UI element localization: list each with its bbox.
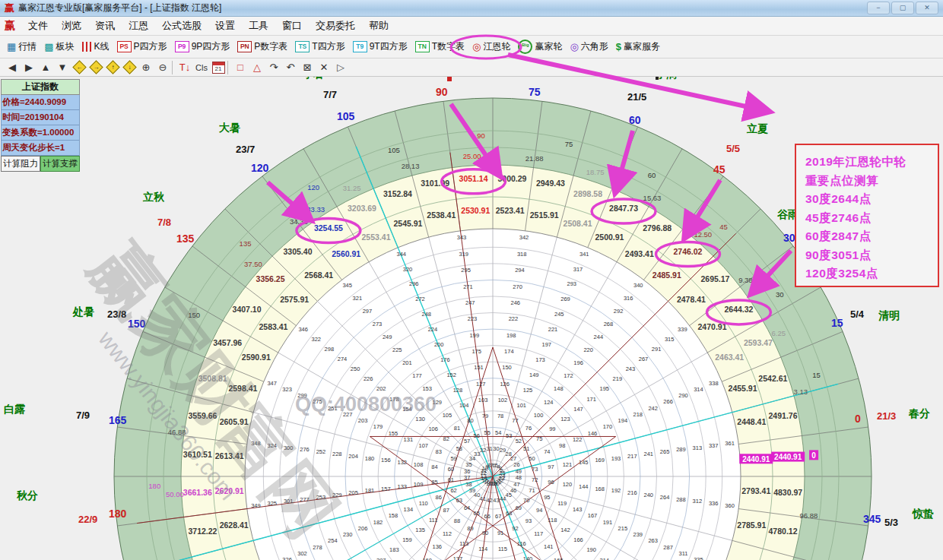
svg-text:135: 135	[176, 233, 195, 245]
svg-text:120: 120	[307, 183, 319, 191]
pointer-tool-button[interactable]: ▷	[333, 61, 348, 74]
window-titlebar[interactable]: 赢 赢家江恩专业版[赢家服务平台] - [上证指数 江恩轮] −▢✕	[0, 0, 943, 17]
toolbar-button-P数字表[interactable]: PNP数字表	[233, 39, 291, 55]
toolbar-button-板块[interactable]: ▩板块	[40, 39, 78, 55]
shift-down-button[interactable]: ↓	[122, 61, 137, 74]
toolbar-button-六角形[interactable]: ◎六角形	[566, 39, 611, 55]
shift-left-button[interactable]: ←	[71, 61, 87, 74]
toolbar-button-9T四方形[interactable]: T99T四方形	[349, 39, 411, 55]
svg-text:5/3: 5/3	[884, 517, 898, 528]
svg-text:190: 190	[586, 546, 596, 553]
menu-item-窗口[interactable]: 窗口	[275, 17, 309, 34]
svg-text:168: 168	[595, 486, 605, 492]
svg-text:268: 268	[604, 321, 614, 327]
toolbar-button-K线[interactable]: K线	[78, 39, 113, 55]
svg-text:52: 52	[516, 438, 522, 445]
toolbar-label: 行情	[18, 40, 37, 53]
toolbar-button-江恩轮[interactable]: ◎江恩轮	[468, 39, 514, 55]
svg-text:152: 152	[446, 372, 456, 378]
svg-text:2847.73: 2847.73	[609, 204, 638, 213]
info-panel: 上证指数 价格=2440.9099时间=20190104变换系数=1.00000…	[1, 79, 80, 172]
shift-right-button[interactable]: →	[88, 61, 103, 74]
toolbar-button-T四方形[interactable]: TST四方形	[291, 39, 348, 55]
annotation-line-6: 120度3254点	[805, 264, 938, 283]
svg-text:88: 88	[454, 517, 460, 524]
big-icon: Big	[518, 40, 532, 54]
toolbar-label: 9P四方形	[192, 40, 230, 53]
svg-text:252: 252	[316, 448, 326, 455]
menu-item-江恩[interactable]: 江恩	[122, 17, 155, 34]
svg-text:25.00: 25.00	[463, 152, 481, 160]
rotate-ccw-button[interactable]: ↶	[283, 61, 298, 74]
nav-right-button[interactable]: ▶	[21, 61, 37, 74]
svg-text:160: 160	[422, 557, 432, 560]
shift-up-button[interactable]: ↑	[105, 61, 120, 74]
svg-text:白露: 白露	[4, 403, 26, 415]
toolbar-label: 江恩轮	[483, 40, 510, 53]
svg-text:321: 321	[353, 295, 363, 302]
svg-text:177: 177	[412, 372, 422, 379]
svg-text:2793.41: 2793.41	[741, 486, 770, 495]
svg-text:56: 56	[474, 432, 480, 439]
svg-text:134: 134	[404, 506, 414, 513]
maximize-button[interactable]: ▢	[891, 2, 914, 14]
nav-down-button[interactable]: ▼	[55, 61, 70, 74]
svg-text:240: 240	[643, 492, 653, 498]
menu-item-文件[interactable]: 文件	[21, 17, 55, 34]
scale-tool-button[interactable]: ✕	[316, 61, 332, 74]
toolbar-button-赢家服务[interactable]: $赢家服务	[612, 39, 664, 55]
menu-item-交易委托[interactable]: 交易委托	[309, 17, 362, 34]
minimize-button[interactable]: −	[867, 2, 890, 14]
calc-support-button[interactable]: 计算支撑	[40, 156, 80, 172]
svg-text:大暑: 大暑	[219, 122, 240, 134]
svg-text:5/5: 5/5	[726, 143, 740, 154]
zoom-out-button[interactable]: ⊖	[155, 61, 170, 74]
svg-text:31.25: 31.25	[343, 184, 361, 192]
svg-text:60: 60	[629, 114, 641, 126]
delete-box-button[interactable]: ⊠	[300, 61, 315, 74]
t-shift-button[interactable]: T↓	[177, 61, 192, 74]
zoom-in-button[interactable]: ⊕	[138, 61, 154, 74]
draw-triangle-button[interactable]: △	[249, 61, 265, 74]
svg-text:2542.61: 2542.61	[758, 374, 787, 383]
toolbar-button-9P四方形[interactable]: P99P四方形	[171, 39, 234, 55]
svg-text:143: 143	[573, 506, 583, 513]
svg-text:216: 216	[627, 489, 637, 496]
svg-text:55: 55	[484, 429, 491, 436]
menu-item-公式选股[interactable]: 公式选股	[155, 17, 208, 34]
toolbar-button-行情[interactable]: ▦行情	[3, 39, 40, 55]
cls-button-button[interactable]: Cls	[194, 61, 209, 74]
svg-text:21/5: 21/5	[627, 91, 646, 103]
svg-text:89: 89	[467, 525, 473, 532]
svg-text:77: 77	[512, 417, 518, 424]
menu-item-浏览[interactable]: 浏览	[55, 17, 88, 34]
svg-text:2448.41: 2448.41	[737, 417, 766, 426]
toolbar-button-赢家轮[interactable]: Big赢家轮	[514, 38, 566, 55]
calc-resistance-button[interactable]: 计算阻力	[1, 156, 40, 172]
nav-up-button[interactable]: ▲	[38, 61, 53, 74]
svg-text:173: 173	[535, 356, 545, 363]
toolbar-button-P四方形[interactable]: PSP四方形	[113, 39, 171, 55]
svg-text:30: 30	[783, 232, 795, 244]
menu-item-工具[interactable]: 工具	[242, 17, 275, 34]
svg-text:4780.12: 4780.12	[769, 527, 798, 536]
svg-text:338: 338	[709, 380, 719, 387]
rotate-cw-button[interactable]: ↷	[266, 61, 281, 74]
svg-text:53: 53	[506, 432, 512, 439]
info-row-0: 价格=2440.9099	[1, 95, 80, 110]
close-button[interactable]: ✕	[916, 2, 938, 14]
toolbar-label: 赢家服务	[624, 40, 660, 53]
menu-item-设置[interactable]: 设置	[208, 17, 242, 34]
nav-left-button[interactable]: ◀	[5, 61, 20, 74]
draw-rect-button[interactable]: □	[233, 61, 248, 74]
svg-text:207: 207	[376, 557, 386, 560]
svg-text:7/7: 7/7	[323, 89, 337, 100]
svg-text:处暑: 处暑	[72, 305, 94, 318]
svg-text:50.00: 50.00	[166, 490, 184, 498]
menu-item-帮助[interactable]: 帮助	[362, 17, 395, 34]
toolbar-button-T数字表[interactable]: TNT数字表	[411, 39, 468, 55]
calendar-button[interactable]: 21	[211, 61, 226, 74]
badge-icon: TS	[295, 41, 310, 52]
svg-text:174: 174	[504, 348, 514, 355]
menu-item-资讯[interactable]: 资讯	[88, 17, 122, 34]
